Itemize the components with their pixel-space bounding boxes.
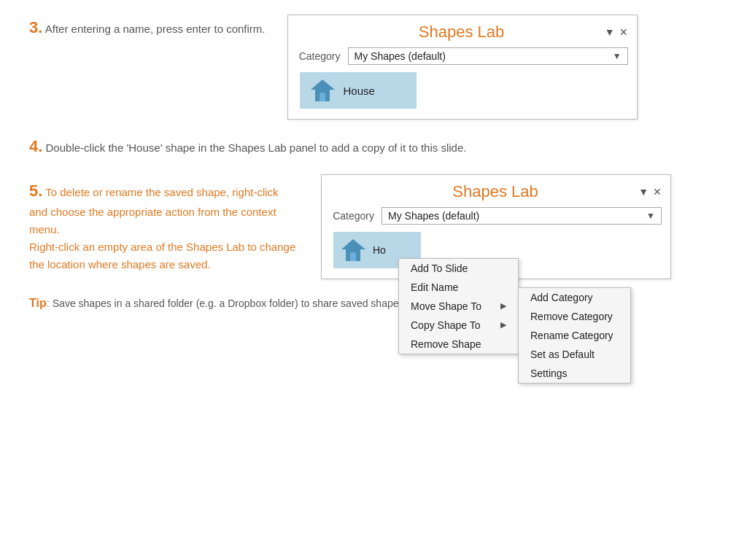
panel2-area: Shapes Lab ▼ ✕ Category My Shapes (defau…	[321, 174, 671, 279]
submenu-item-set-as-default[interactable]: Set as Default	[519, 345, 630, 364]
step5-text-block: 5. To delete or rename the saved shape, …	[29, 174, 299, 273]
panel2-controls: ▼ ✕	[638, 186, 662, 198]
step5-number: 5.	[29, 182, 42, 200]
panel2-category-select[interactable]: My Shapes (default) ▼	[382, 207, 662, 225]
panel2-minimize-icon[interactable]: ▼	[638, 186, 649, 198]
svg-rect-3	[320, 93, 325, 95]
svg-rect-2	[320, 94, 325, 101]
submenu-item-remove-category-label: Remove Category	[530, 311, 613, 322]
submenu-item-set-as-default-label: Set as Default	[530, 349, 595, 360]
panel2-category-label: Category	[330, 210, 374, 222]
step5-line2: Right-click an empty area of the Shapes …	[29, 241, 295, 271]
context-menu-item-add-to-slide-label: Add To Slide	[411, 262, 468, 274]
submenu-item-rename-category-label: Rename Category	[530, 330, 614, 341]
panel1-minimize-icon[interactable]: ▼	[605, 26, 615, 38]
panel2-category-row: Category My Shapes (default) ▼	[330, 207, 662, 225]
step5-section: 5. To delete or rename the saved shape, …	[29, 174, 718, 279]
panel1-title: Shapes Lab	[319, 23, 605, 42]
page: 3. After entering a name, press enter to…	[0, 0, 747, 327]
step3-number: 3.	[29, 18, 42, 36]
step5-line1: To delete or rename the saved shape, rig…	[29, 186, 279, 236]
submenu-item-add-category[interactable]: Add Category	[519, 288, 630, 307]
panel1-category-select[interactable]: My Shapes (default) ▼	[348, 47, 628, 65]
copy-shape-to-arrow-icon: ▶	[500, 320, 506, 330]
panel2-house-svg-icon	[339, 236, 367, 264]
tip-label: Tip	[29, 297, 47, 309]
submenu-item-settings[interactable]: Settings	[519, 364, 630, 383]
panel2-title: Shapes Lab	[352, 182, 638, 201]
submenu-item-add-category-label: Add Category	[530, 292, 593, 303]
step4-number: 4.	[29, 137, 42, 155]
panel2-close-icon[interactable]: ✕	[653, 186, 662, 198]
context-menu: Add To Slide Edit Name Move Shape To ▶ C…	[398, 258, 519, 354]
context-menu-item-edit-name-label: Edit Name	[411, 281, 458, 293]
context-menu-item-copy-shape-to[interactable]: Copy Shape To ▶	[399, 316, 518, 335]
panel1-shape-item[interactable]: House	[300, 72, 417, 109]
context-menu-item-edit-name[interactable]: Edit Name	[399, 278, 518, 297]
panel1-close-icon[interactable]: ✕	[619, 26, 628, 38]
context-menu-item-move-shape-to-label: Move Shape To	[411, 300, 481, 312]
submenu-item-remove-category[interactable]: Remove Category	[519, 307, 630, 326]
panel1: Shapes Lab ▼ ✕ Category My Shapes (defau…	[287, 15, 638, 120]
panel1-shape-name: House	[344, 85, 375, 97]
panel1-category-label: Category	[297, 50, 341, 62]
panel1-dropdown-arrow: ▼	[613, 51, 622, 61]
panel1-category-value: My Shapes (default)	[355, 50, 446, 62]
move-shape-to-arrow-icon: ▶	[500, 301, 506, 311]
submenu-item-rename-category[interactable]: Rename Category	[519, 326, 630, 345]
svg-marker-4	[341, 239, 365, 249]
context-menu-item-remove-shape-label: Remove Shape	[411, 338, 481, 350]
step4-section: 4. Double-click the 'House' shape in the…	[29, 137, 718, 157]
step3-description: After entering a name, press enter to co…	[45, 23, 266, 35]
panel1-category-row: Category My Shapes (default) ▼	[297, 47, 628, 65]
panel2-dropdown-arrow: ▼	[646, 211, 655, 221]
panel2-category-value: My Shapes (default)	[388, 210, 479, 222]
context-menu-item-remove-shape[interactable]: Remove Shape	[399, 335, 518, 354]
svg-rect-7	[351, 252, 355, 254]
step3-section: 3. After entering a name, press enter to…	[29, 15, 718, 120]
house-svg-icon	[309, 77, 336, 104]
submenu: Add Category Remove Category Rename Cate…	[518, 287, 631, 384]
step4-description: Double-click the 'House' shape in the Sh…	[46, 141, 467, 154]
panel2-shape-name-partial: Ho	[373, 244, 386, 256]
context-menu-item-copy-shape-to-label: Copy Shape To	[411, 319, 480, 331]
step3-text-block: 3. After entering a name, press enter to…	[29, 15, 266, 38]
context-menu-item-add-to-slide[interactable]: Add To Slide	[399, 259, 518, 278]
submenu-item-settings-label: Settings	[530, 368, 568, 379]
panel2-titlebar: Shapes Lab ▼ ✕	[330, 182, 662, 201]
panel1-titlebar: Shapes Lab ▼ ✕	[297, 23, 628, 42]
svg-rect-6	[350, 254, 356, 261]
context-menu-item-move-shape-to[interactable]: Move Shape To ▶	[399, 297, 518, 316]
panel1-controls: ▼ ✕	[605, 26, 628, 38]
svg-marker-0	[311, 79, 335, 90]
